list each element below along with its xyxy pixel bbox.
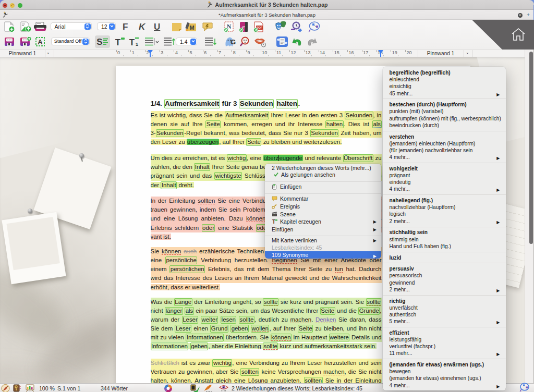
svg-text:G: G (230, 38, 236, 46)
svg-text:S: S (96, 37, 102, 47)
svg-text:T: T (129, 38, 135, 47)
svg-text:M: M (189, 24, 194, 31)
svg-text:T: T (272, 219, 275, 224)
svg-text:A: A (38, 38, 43, 46)
svg-text:1: 1 (136, 42, 138, 47)
svg-text:T: T (115, 38, 121, 47)
